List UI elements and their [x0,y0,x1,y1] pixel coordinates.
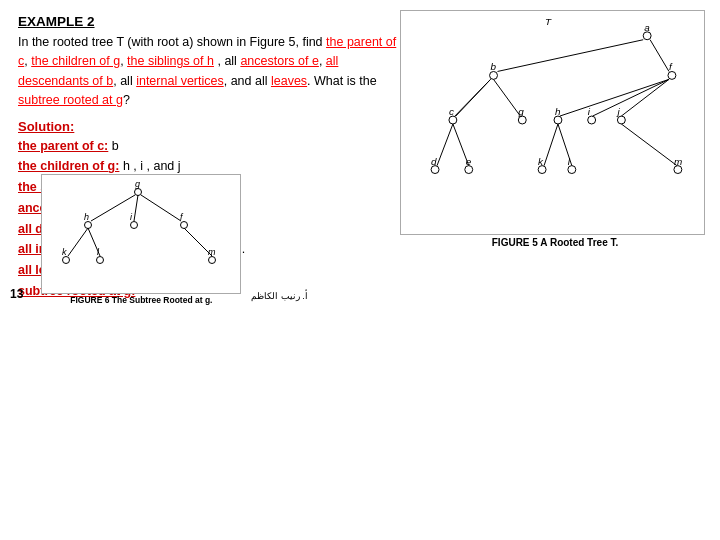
sol-line-0: the parent of c: b [18,137,398,156]
sol-key-1: the children of g: [18,159,119,173]
svg-line-53 [68,228,88,256]
svg-line-29 [453,124,469,166]
svg-point-7 [668,71,676,79]
intro-end: . What is the [307,74,376,88]
svg-point-20 [617,116,625,124]
svg-text:h: h [84,212,89,222]
figure5-container: T a b f c h [400,10,710,260]
bottom-section: 13 g h i f [10,174,312,305]
svg-text:m: m [674,156,682,167]
svg-line-59 [184,228,212,256]
figure5-svg: T a b f c h [401,11,704,234]
intro-comma3: , all [214,54,240,68]
svg-line-38 [621,124,677,166]
svg-point-52 [63,256,70,263]
svg-line-47 [134,195,138,221]
svg-text:c: c [449,106,454,117]
example-title: EXAMPLE 2 [18,14,398,29]
svg-text:g: g [135,179,140,189]
figure6-label: FIGURE 6 The Subtree Rooted at g. [41,295,241,305]
svg-line-5 [497,40,643,72]
intro-end2: ? [123,93,130,107]
figure5-box: T a b f c h [400,10,705,235]
svg-point-13 [554,116,562,124]
svg-point-46 [131,221,138,228]
svg-point-15 [518,116,526,124]
solution-label: Solution: [18,119,398,134]
svg-point-10 [449,116,457,124]
svg-line-44 [91,195,135,221]
svg-line-23 [621,79,669,116]
svg-line-22 [593,79,669,116]
intro-paragraph: In the rooted tree T (with root a) shown… [18,33,398,111]
subtree-link: subtree rooted at g [18,93,123,107]
figure5-label: FIGURE 5 A Rooted Tree T. [400,237,710,248]
svg-line-21 [560,79,669,116]
internal-link: internal vertices [136,74,224,88]
svg-point-4 [490,71,498,79]
svg-line-39 [455,79,491,116]
figure6-svg: g h i f k [42,175,242,283]
svg-text:k: k [62,247,67,257]
svg-text:h: h [555,106,561,117]
svg-line-16 [494,79,521,116]
svg-point-25 [431,166,439,174]
svg-point-31 [538,166,546,174]
ancestors-link: ancestors of e [240,54,319,68]
arabic-text: أ. رنيب الكاظم [251,291,312,305]
sol-val-1: h , i , and j [123,159,181,173]
svg-text:f: f [669,61,673,72]
svg-line-35 [558,124,572,166]
svg-point-49 [181,221,188,228]
intro-comma6: , and all [224,74,271,88]
svg-point-41 [135,188,142,195]
svg-point-18 [588,116,596,124]
siblings-link: the siblings of h [127,54,214,68]
svg-point-37 [674,166,682,174]
intro-text-1: In the rooted tree T (with root a) shown… [18,35,326,49]
figure6-box: g h i f k [41,174,241,294]
sol-val-0: b [112,139,119,153]
svg-text:g: g [518,106,524,117]
svg-text:d: d [431,156,437,167]
figure6-container: g h i f k [41,174,241,305]
svg-point-34 [568,166,576,174]
svg-point-55 [97,256,104,263]
svg-point-58 [209,256,216,263]
svg-line-56 [88,228,100,256]
svg-line-50 [141,195,181,221]
children-link: the children of g [31,54,120,68]
svg-text:b: b [491,61,497,72]
sol-key-0: the parent of c: [18,139,108,153]
svg-text:i: i [588,106,591,117]
intro-comma4: , [319,54,326,68]
svg-line-26 [437,124,453,166]
svg-text:j: j [615,106,620,117]
svg-point-2 [643,32,651,40]
leaves-link: leaves [271,74,307,88]
page-number: 13 [10,287,23,305]
svg-text:k: k [538,156,544,167]
svg-text:a: a [644,22,650,33]
svg-line-32 [544,124,558,166]
svg-point-43 [85,221,92,228]
svg-point-28 [465,166,473,174]
intro-comma5: , all [113,74,136,88]
page: T a b f c h [0,0,720,313]
svg-line-8 [650,40,669,72]
svg-text:T: T [545,16,552,27]
svg-text:i: i [130,212,133,222]
